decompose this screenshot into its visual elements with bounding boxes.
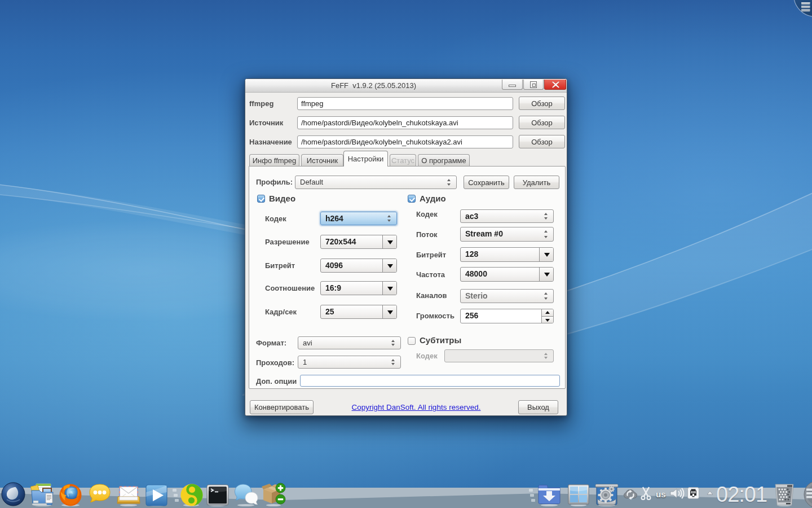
svg-text:us: us bbox=[656, 489, 666, 499]
svg-text:02:01: 02:01 bbox=[716, 483, 767, 506]
